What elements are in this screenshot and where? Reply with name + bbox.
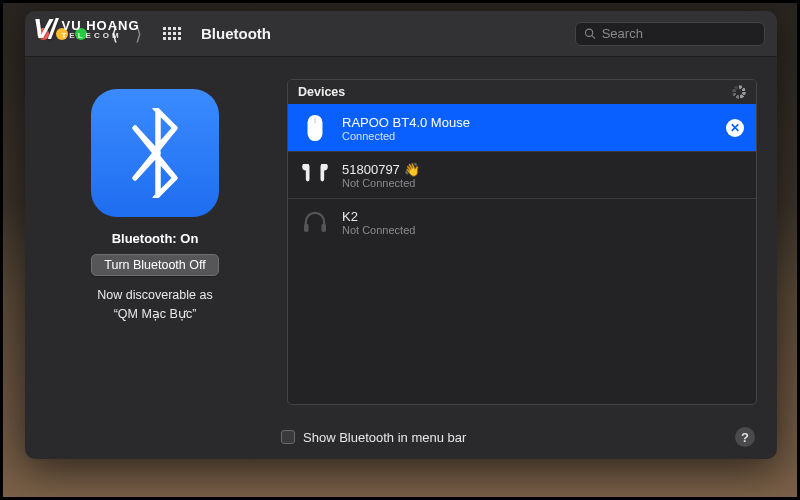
mouse-icon bbox=[300, 113, 330, 143]
show-all-icon[interactable] bbox=[163, 27, 181, 40]
help-button[interactable]: ? bbox=[735, 427, 755, 447]
menubar-checkbox[interactable] bbox=[281, 430, 295, 444]
window-controls bbox=[37, 28, 87, 40]
forward-button: ⟩ bbox=[129, 23, 147, 45]
preferences-window: ⟨ ⟩ Bluetooth Bluetooth: On Turn Bl bbox=[25, 11, 777, 459]
bluetooth-icon bbox=[91, 89, 219, 217]
remove-device-button[interactable]: ✕ bbox=[726, 119, 744, 137]
search-icon bbox=[584, 27, 596, 40]
devices-header: Devices bbox=[288, 80, 756, 104]
svg-line-1 bbox=[592, 36, 595, 39]
device-status: Not Connected bbox=[342, 224, 415, 236]
search-input[interactable] bbox=[602, 26, 756, 41]
titlebar: ⟨ ⟩ Bluetooth bbox=[25, 11, 777, 57]
menubar-checkbox-label: Show Bluetooth in menu bar bbox=[303, 430, 466, 445]
footer-bar: Show Bluetooth in menu bar ? bbox=[25, 415, 777, 459]
discoverable-text: Now discoverable as “QM Mạc Bực” bbox=[97, 286, 212, 324]
zoom-window-button[interactable] bbox=[75, 28, 87, 40]
device-status: Not Connected bbox=[342, 177, 420, 189]
devices-panel: Devices RAPOO BT4.0 Mouse Connected ✕ bbox=[287, 79, 757, 405]
wave-emoji-icon: 👋 bbox=[404, 162, 420, 177]
device-row[interactable]: K2 Not Connected bbox=[288, 198, 756, 245]
toggle-bluetooth-button[interactable]: Turn Bluetooth Off bbox=[91, 254, 218, 276]
device-name: 51800797👋 bbox=[342, 162, 420, 177]
scanning-spinner-icon bbox=[732, 85, 746, 99]
svg-rect-4 bbox=[304, 224, 309, 232]
content-body: Bluetooth: On Turn Bluetooth Off Now dis… bbox=[25, 57, 777, 415]
nav-arrows: ⟨ ⟩ bbox=[105, 23, 147, 45]
search-field[interactable] bbox=[575, 22, 765, 46]
device-name: RAPOO BT4.0 Mouse bbox=[342, 115, 470, 130]
svg-rect-5 bbox=[321, 224, 326, 232]
devices-header-label: Devices bbox=[298, 85, 345, 99]
close-window-button[interactable] bbox=[37, 28, 49, 40]
device-name: K2 bbox=[342, 209, 415, 224]
svg-point-0 bbox=[585, 29, 592, 36]
bluetooth-status: Bluetooth: On bbox=[112, 231, 199, 246]
desktop-background: ⟨ ⟩ Bluetooth Bluetooth: On Turn Bl bbox=[0, 0, 800, 500]
device-status: Connected bbox=[342, 130, 470, 142]
left-panel: Bluetooth: On Turn Bluetooth Off Now dis… bbox=[45, 79, 265, 405]
airpods-icon bbox=[300, 160, 330, 190]
back-button[interactable]: ⟨ bbox=[105, 23, 123, 45]
device-row[interactable]: RAPOO BT4.0 Mouse Connected ✕ bbox=[288, 104, 756, 151]
minimize-window-button[interactable] bbox=[56, 28, 68, 40]
headphones-icon bbox=[300, 207, 330, 237]
device-row[interactable]: 51800797👋 Not Connected bbox=[288, 151, 756, 198]
window-title: Bluetooth bbox=[201, 25, 271, 42]
